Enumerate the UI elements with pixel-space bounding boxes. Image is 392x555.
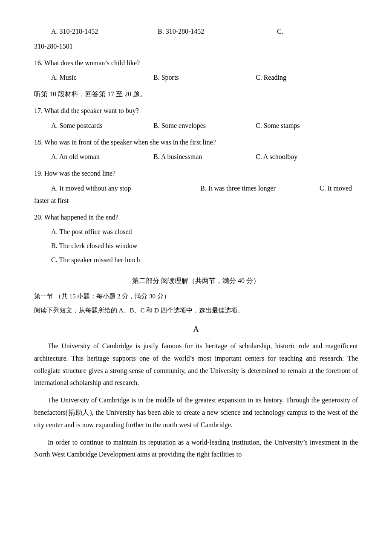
phone-c2: 310-280-1501 bbox=[34, 40, 358, 53]
option-phone-c: C. bbox=[277, 26, 358, 38]
q19-option-a: A. It moved without any stop bbox=[51, 182, 200, 195]
q18-option-b: B. A businessman bbox=[153, 151, 256, 163]
question-17: 17. What did the speaker want to buy? A.… bbox=[34, 105, 358, 132]
q19-option-b: B. It was three times longer bbox=[200, 182, 320, 195]
q16-option-c: C. Reading bbox=[256, 72, 358, 84]
listening-instruction: 听第 10 段材料，回答第 17 至 20 题。 bbox=[34, 88, 358, 101]
question-19: 19. How was the second line? A. It moved… bbox=[34, 168, 358, 207]
question-20: 20. What happened in the end? A. The pos… bbox=[34, 211, 358, 266]
option-phone-b: B. 310-280-1452 bbox=[158, 26, 277, 38]
q17-text: 17. What did the speaker want to buy? bbox=[34, 105, 358, 117]
section2-sub: 第一节 （共 15 小题；每小题 2 分，满分 30 分） bbox=[34, 291, 358, 302]
question-16: 16. What does the woman’s child like? A.… bbox=[34, 57, 358, 84]
q19-option-c: C. It moved bbox=[320, 182, 358, 195]
q17-option-b: B. Some envelopes bbox=[153, 120, 256, 132]
q19-continuation: faster at first bbox=[34, 195, 358, 207]
q20-option-c: C. The speaker missed her lunch bbox=[34, 254, 358, 266]
passage-p1: The University of Cambridge is justly fa… bbox=[34, 340, 358, 389]
q17-options: A. Some postcards B. Some envelopes C. S… bbox=[34, 120, 358, 132]
phone-options-row: A. 310-218-1452 B. 310-280-1452 C. bbox=[34, 26, 358, 38]
q18-options: A. An old woman B. A businessman C. A sc… bbox=[34, 151, 358, 163]
q16-option-b: B. Sports bbox=[153, 72, 256, 84]
option-phone-a: A. 310-218-1452 bbox=[51, 26, 158, 38]
section2-inst: 阅读下列短文，从每题所给的 A、B、C 和 D 四个选项中，选出最佳选项。 bbox=[34, 305, 358, 316]
passage-p2: The University of Cambridge is in the mi… bbox=[34, 394, 358, 431]
passage-p3: In order to continue to maintain its rep… bbox=[34, 436, 358, 461]
q16-text: 16. What does the woman’s child like? bbox=[34, 57, 358, 69]
q19-text: 19. How was the second line? bbox=[34, 168, 358, 180]
q16-options: A. Music B. Sports C. Reading bbox=[34, 72, 358, 84]
q20-text: 20. What happened in the end? bbox=[34, 211, 358, 224]
q17-option-a: A. Some postcards bbox=[51, 120, 153, 132]
q17-option-c: C. Some stamps bbox=[256, 120, 358, 132]
q19-options: A. It moved without any stop B. It was t… bbox=[34, 182, 358, 195]
passage-title: A bbox=[34, 322, 358, 336]
q18-text: 18. Who was in front of the speaker when… bbox=[34, 136, 358, 149]
q20-option-b: B. The clerk closed his window bbox=[34, 240, 358, 252]
q16-option-a: A. Music bbox=[51, 72, 153, 84]
q18-option-a: A. An old woman bbox=[51, 151, 153, 163]
section2-header: 第二部分 阅读理解（共两节，满分 40 分） bbox=[34, 275, 358, 287]
q20-option-a: A. The post office was closed bbox=[34, 226, 358, 238]
q18-option-c: C. A schoolboy bbox=[256, 151, 358, 163]
question-18: 18. Who was in front of the speaker when… bbox=[34, 136, 358, 164]
